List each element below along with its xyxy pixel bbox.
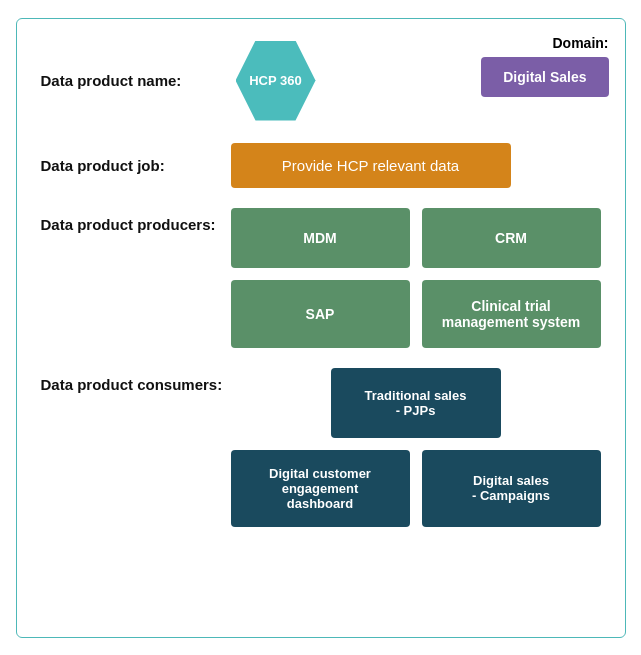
producer-ctms: Clinical trial management system [422, 280, 601, 348]
consumer-bottom-row: Digital customerengagementdashboard Digi… [231, 450, 601, 527]
producer-sap: SAP [231, 280, 410, 348]
domain-section: Domain: Digital Sales [481, 35, 608, 97]
consumer-digital-sales-text: Digital sales- Campaigns [472, 473, 550, 503]
job-label: Data product job: [41, 157, 231, 174]
name-label: Data product name: [41, 72, 231, 89]
producer-crm: CRM [422, 208, 601, 268]
consumer-digital-engagement: Digital customerengagementdashboard [231, 450, 410, 527]
hcp-hex-wrap: HCP 360 [231, 39, 321, 123]
consumers-row: Data product consumers: Traditional sale… [41, 368, 601, 527]
job-row: Data product job: Provide HCP relevant d… [41, 143, 601, 188]
domain-label: Domain: [553, 35, 609, 51]
producers-row: Data product producers: MDM CRM SAP Clin… [41, 208, 601, 348]
consumers-content: Traditional sales- PJPs Digital customer… [231, 368, 601, 527]
producers-label: Data product producers: [41, 208, 231, 233]
domain-badge: Digital Sales [481, 57, 608, 97]
job-box: Provide HCP relevant data [231, 143, 511, 188]
consumer-digital-sales: Digital sales- Campaigns [422, 450, 601, 527]
consumers-label: Data product consumers: [41, 368, 231, 393]
consumer-top-row: Traditional sales- PJPs [231, 368, 601, 438]
hcp-hexagon: HCP 360 [236, 41, 316, 121]
consumer-traditional-sales-text: Traditional sales- PJPs [365, 388, 467, 418]
main-card: Domain: Digital Sales Data product name:… [16, 18, 626, 638]
job-content: Provide HCP relevant data [231, 143, 601, 188]
producers-grid: MDM CRM SAP Clinical trial management sy… [231, 208, 601, 348]
consumer-digital-engagement-text: Digital customerengagementdashboard [269, 466, 371, 511]
consumer-traditional-sales: Traditional sales- PJPs [331, 368, 501, 438]
producer-mdm: MDM [231, 208, 410, 268]
